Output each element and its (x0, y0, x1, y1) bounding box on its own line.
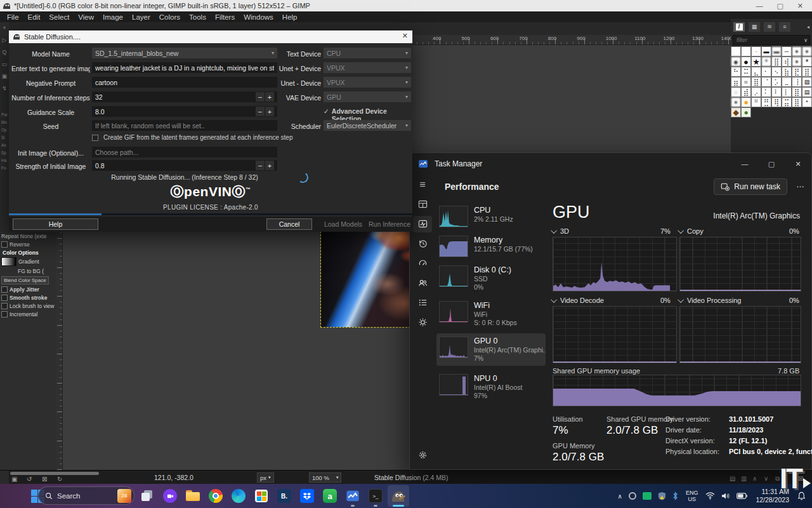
seed-input[interactable] (95, 122, 274, 130)
wifi-icon[interactable] (705, 492, 715, 500)
brush-swatch[interactable]: ● (792, 57, 802, 67)
steps-increment-button[interactable]: + (265, 92, 274, 102)
brush-swatch[interactable]: ⣿ (792, 87, 802, 97)
strength-field[interactable]: −+ (92, 160, 277, 171)
smooth-stroke-row[interactable]: Smooth stroke (1, 295, 55, 301)
a-app-button[interactable]: a (319, 485, 341, 507)
tray-app-icon[interactable] (629, 492, 636, 500)
tm-maximize-button[interactable]: ▢ (758, 153, 785, 175)
blend-color-space-button[interactable]: Blend Color Space (1, 276, 49, 284)
clone-tool-icon[interactable]: ▣ (2, 70, 8, 83)
gif-checkbox[interactable] (92, 135, 98, 141)
brush-swatch[interactable]: ▬ (761, 46, 771, 57)
model-name-dropdown[interactable]: SD_1.5_internal_blobs_new▾ (92, 48, 277, 58)
engine-vproc-label[interactable]: Video Processing (679, 297, 741, 304)
gradient-value-row[interactable]: FG to BG ( (1, 268, 55, 274)
perf-item-cpu[interactable]: CPU2% 2.11 GHz (436, 203, 546, 231)
strength-increment-button[interactable]: + (265, 161, 274, 170)
brush-swatch[interactable]: ⢿ (771, 97, 782, 107)
down-icon[interactable]: ∨ (764, 475, 768, 482)
brush-swatch[interactable]: ⣿ (802, 67, 812, 77)
negative-prompt-input[interactable] (95, 79, 274, 86)
up-icon[interactable]: ∧ (752, 475, 757, 482)
brush-swatch[interactable]: ⠛ (751, 97, 761, 107)
tab-fonts[interactable]: ≋ (764, 22, 775, 32)
horizontal-scrollbar[interactable] (10, 472, 99, 475)
brush-swatch[interactable]: ⣛ (761, 97, 771, 107)
gimp-menu-item[interactable]: Help (278, 13, 302, 21)
gimp-menu-item[interactable]: Select (44, 13, 74, 21)
brush-swatch[interactable]: ● (802, 46, 812, 57)
gimp-menu-item[interactable]: Filters (211, 13, 239, 21)
guidance-decrement-button[interactable]: − (256, 107, 265, 116)
brush-swatch[interactable]: · (751, 46, 761, 57)
apply-jitter-row[interactable]: Apply Jitter (1, 286, 55, 293)
strength-decrement-button[interactable]: − (256, 161, 265, 170)
chrome-button[interactable] (205, 485, 226, 507)
brush-swatch[interactable] (731, 46, 741, 57)
brush-swatch[interactable]: ⢸ (792, 77, 802, 87)
brush-swatch[interactable]: ▤ (802, 87, 812, 97)
terminal-button[interactable]: >_ (365, 485, 386, 507)
init-image-input[interactable] (95, 149, 274, 156)
help-button[interactable]: Help (13, 218, 98, 230)
store-button[interactable] (251, 485, 272, 507)
histogram-icon[interactable]: ▣ (11, 476, 17, 483)
tm-titlebar[interactable]: Task Manager — ▢ ✕ (410, 153, 811, 175)
brush-swatch[interactable]: ● (731, 57, 741, 67)
text-device-dropdown[interactable]: CPU▾ (324, 48, 411, 58)
canvas-image[interactable] (321, 232, 416, 327)
sd-titlebar[interactable]: Stable Diffusion.... ✕ (9, 30, 412, 43)
engine-copy-label[interactable]: Copy (679, 227, 704, 235)
repeat-dropdown[interactable]: Repeat None (exte (1, 233, 55, 239)
steps-field[interactable]: −+ (92, 91, 277, 102)
nav-performance-icon[interactable] (413, 216, 432, 232)
brush-swatch[interactable]: ⣿ (792, 97, 802, 107)
brush-swatch[interactable]: ◆ (731, 107, 741, 117)
brush-swatch[interactable]: ● (741, 107, 751, 117)
paste-icon[interactable]: ▤ (730, 475, 735, 482)
tray-cast-icon[interactable] (643, 492, 652, 500)
brush-swatch[interactable]: ● (792, 46, 802, 57)
gradient-swatch[interactable] (1, 257, 16, 266)
scheduler-dropdown[interactable]: EulerDiscreteScheduler▾ (324, 120, 411, 131)
brush-swatch[interactable]: ⠶ (741, 77, 751, 87)
gradient-row[interactable]: Gradient (1, 257, 55, 266)
reverse-checkbox[interactable] (1, 241, 8, 248)
folder-icon[interactable]: ▥ (741, 475, 747, 482)
brush-swatch[interactable]: * (761, 57, 771, 67)
edge-button[interactable] (228, 485, 249, 507)
guidance-increment-button[interactable]: + (265, 107, 274, 116)
gimp-menu-item[interactable]: File (3, 13, 23, 21)
blend-color-space-row[interactable]: Blend Color Space (1, 276, 55, 284)
brush-swatch[interactable]: ⡠ (751, 87, 761, 97)
lock-brush-checkbox[interactable] (1, 303, 8, 309)
brush-swatch[interactable]: ⣷ (782, 67, 792, 77)
gimp-minimize-button[interactable]: — (756, 2, 763, 10)
tm-close-button[interactable]: ✕ (785, 153, 811, 175)
perf-item-disk[interactable]: Disk 0 (C:)SSD0% (436, 262, 546, 295)
brush-swatch[interactable]: ⣾ (741, 87, 751, 97)
brush-swatch[interactable]: ⠢ (771, 67, 782, 77)
brush-swatch[interactable]: ⣿ (751, 77, 761, 87)
unet-minus-dropdown[interactable]: VPUX▾ (324, 77, 411, 88)
brush-swatch[interactable]: ▬ (771, 46, 782, 57)
nav-details-icon[interactable] (413, 295, 432, 311)
nav-services-icon[interactable] (413, 314, 432, 331)
steps-input[interactable] (95, 93, 256, 101)
unit-dropdown[interactable]: px▾ (257, 472, 274, 483)
gimp-taskbar-button[interactable] (388, 485, 409, 507)
gimp-menu-item[interactable]: Colors (155, 13, 185, 21)
brush-swatch[interactable]: ● (741, 57, 751, 67)
file-explorer-button[interactable] (182, 485, 204, 507)
rect-select-tool-icon[interactable]: ▭ (2, 58, 8, 70)
redo-icon[interactable]: ↻ (57, 476, 62, 483)
perf-item-gpu[interactable]: GPU 0Intel(R) Arc(TM) Graphi.7% (436, 333, 546, 366)
steps-decrement-button[interactable]: − (256, 92, 265, 102)
tm-minimize-button[interactable]: — (731, 153, 758, 175)
tab-brushes[interactable]: / (733, 22, 745, 32)
brush-swatch[interactable]: * (802, 57, 812, 67)
brush-swatch[interactable]: ▨ (802, 77, 812, 87)
battery-icon[interactable] (737, 493, 747, 499)
widgets-icon[interactable]: 28 (117, 489, 131, 503)
